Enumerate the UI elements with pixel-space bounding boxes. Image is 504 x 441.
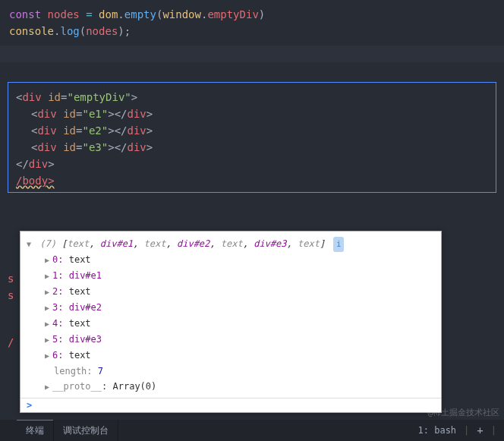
- console-entry-0[interactable]: ▶0: text: [27, 252, 435, 268]
- html-child-3: <div id="e3"></div>: [16, 139, 488, 156]
- expand-arrow-icon[interactable]: ▶: [45, 348, 52, 364]
- console-length: length: 7: [27, 364, 435, 379]
- terminal-selector[interactable]: 1: bash: [418, 425, 457, 436]
- expand-arrow-down-icon[interactable]: ▼: [27, 237, 34, 252]
- expand-arrow-icon[interactable]: ▶: [45, 317, 52, 332]
- code-line-2: console.log(nodes);: [9, 23, 495, 39]
- console-body: ▼ (7) [text, div#e1, text, div#e2, text,…: [20, 232, 441, 398]
- tab-debug-console[interactable]: 调试控制台: [54, 420, 118, 441]
- console-entry-6[interactable]: ▶6: text: [27, 348, 435, 364]
- expand-arrow-icon[interactable]: ▶: [45, 380, 52, 395]
- html-code-block[interactable]: <div id="emptyDiv"> <div id="e1"></div> …: [8, 82, 496, 193]
- code-editor-top: const nodes = dom.empty(window.emptyDiv)…: [0, 0, 504, 46]
- html-child-2: <div id="e2"></div>: [16, 122, 488, 139]
- html-body-close: /body>: [16, 172, 488, 189]
- prompt-caret-icon: >: [27, 400, 32, 411]
- expand-arrow-icon[interactable]: ▶: [45, 253, 52, 268]
- console-entry-3[interactable]: ▶3: div#e2: [27, 300, 435, 316]
- expand-arrow-icon[interactable]: ▶: [45, 301, 52, 316]
- console-entry-1[interactable]: ▶1: div#e1: [27, 268, 435, 284]
- console-prompt[interactable]: >: [20, 398, 441, 412]
- expand-arrow-icon[interactable]: ▶: [45, 285, 52, 300]
- expand-arrow-icon[interactable]: ▶: [45, 332, 52, 348]
- console-entry-4[interactable]: ▶4: text: [27, 316, 435, 332]
- code-line-1: const nodes = dom.empty(window.emptyDiv): [9, 6, 495, 23]
- console-output-popup[interactable]: ▼ (7) [text, div#e1, text, div#e2, text,…: [20, 231, 442, 413]
- info-badge-icon[interactable]: i: [333, 237, 344, 252]
- tab-terminal[interactable]: 终端: [17, 420, 54, 441]
- terminal-panel-tabs: 终端 调试控制台 1: bash | + |: [0, 420, 504, 441]
- html-open-tag: <div id="emptyDiv">: [16, 89, 488, 106]
- expand-arrow-icon[interactable]: ▶: [45, 269, 52, 284]
- console-proto[interactable]: ▶__proto__: Array(0): [27, 379, 435, 395]
- watermark: @稀土掘金技术社区: [427, 407, 499, 418]
- console-entry-5[interactable]: ▶5: div#e3: [27, 332, 435, 348]
- html-child-1: <div id="e1"></div>: [16, 106, 488, 122]
- html-close-tag: </div>: [16, 156, 488, 172]
- console-summary[interactable]: ▼ (7) [text, div#e1, text, div#e2, text,…: [27, 236, 435, 252]
- console-entry-2[interactable]: ▶2: text: [27, 284, 435, 300]
- editor-blank-line: [0, 46, 504, 62]
- new-terminal-button[interactable]: +: [477, 424, 483, 436]
- editor-left-fragments: s s /: [8, 240, 14, 351]
